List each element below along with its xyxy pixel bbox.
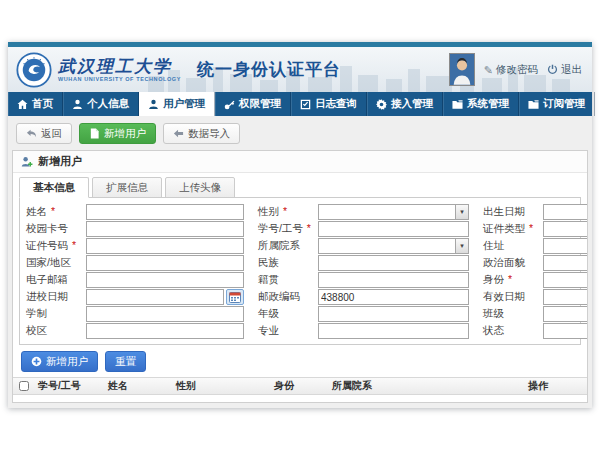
home-icon — [17, 99, 28, 110]
table-header-student-id: 学号/工号 — [35, 379, 105, 393]
field-address: 住址 — [483, 238, 588, 254]
enroll-date-input[interactable] — [86, 289, 224, 305]
power-icon — [547, 64, 558, 75]
field-campus: 校区 — [26, 323, 244, 339]
major-input[interactable] — [318, 323, 469, 339]
section-header: 新增用户 — [13, 151, 587, 173]
nav-tab-permission-management[interactable]: 权限管理 — [215, 92, 291, 116]
id-type-label: 证件类型 * — [483, 222, 543, 236]
submit-add-user-button[interactable]: 新增用户 — [21, 351, 98, 372]
tab-upload-avatar[interactable]: 上传头像 — [165, 177, 235, 198]
field-id-type: 证件类型 * — [483, 221, 588, 237]
app-window: 武汉理工大学 WUHAN UNIVERSITY OF TECHNOLOGY 统一… — [8, 42, 592, 408]
university-logo — [16, 52, 52, 88]
field-valid-date: 有效日期 — [483, 289, 588, 305]
table-header-row: 学号/工号姓名性别身份所属院系操作 — [13, 378, 587, 395]
data-import-button[interactable]: 数据导入 — [163, 123, 240, 144]
field-department: 所属院系▾ — [258, 238, 469, 254]
nav-tab-label: 接入管理 — [391, 97, 433, 111]
user-icon — [148, 99, 159, 110]
department-input[interactable] — [318, 238, 455, 254]
nav-tab-label: 用户管理 — [163, 97, 205, 111]
required-asterisk: * — [304, 222, 311, 234]
gender-label: 性别 * — [258, 205, 318, 219]
nav-tab-label: 权限管理 — [239, 97, 281, 111]
change-password-link[interactable]: ✎ 修改密码 — [484, 63, 538, 77]
nav-tab-home[interactable]: 首页 — [8, 92, 63, 116]
nav-tab-user-management[interactable]: 用户管理 — [139, 92, 215, 116]
table-header-department: 所属院系 — [329, 379, 525, 393]
ethnicity-input[interactable] — [318, 255, 469, 271]
add-user-section-icon — [21, 156, 33, 168]
nav-tab-system-management[interactable]: 系统管理 — [443, 92, 519, 116]
nav-tab-profile[interactable]: 个人信息 — [63, 92, 139, 116]
campus-card-no-input[interactable] — [86, 221, 244, 237]
gender-input[interactable] — [318, 204, 455, 220]
political-status-input[interactable] — [543, 255, 588, 271]
header-user-area: ✎ 修改密码 退出 — [449, 53, 582, 86]
nav-tab-subscription-management[interactable]: 订阅管理 — [519, 92, 595, 116]
back-button[interactable]: 返回 — [16, 123, 72, 144]
ethnicity-label: 民族 — [258, 256, 318, 270]
user-icon — [72, 99, 83, 110]
address-label: 住址 — [483, 239, 543, 253]
field-gender: 性别 *▾ — [258, 204, 469, 220]
class-input[interactable] — [543, 306, 588, 322]
campus-input[interactable] — [86, 323, 244, 339]
campus-label: 校区 — [26, 324, 86, 338]
nav-tab-label: 系统管理 — [467, 97, 509, 111]
address-input[interactable] — [543, 238, 588, 254]
field-political-status: 政治面貌 — [483, 255, 588, 271]
class-label: 班级 — [483, 307, 543, 321]
field-major: 专业 — [258, 323, 469, 339]
schooling-length-input[interactable] — [86, 306, 244, 322]
table-header-name: 姓名 — [105, 379, 173, 393]
tab-extended-info[interactable]: 扩展信息 — [92, 177, 162, 198]
birth-date-input[interactable] — [543, 204, 588, 220]
valid-date-label: 有效日期 — [483, 290, 543, 304]
postal-code-input[interactable] — [318, 289, 469, 305]
nav-tab-access-management[interactable]: 接入管理 — [367, 92, 443, 116]
field-identity: 身份 * — [483, 272, 588, 288]
reset-button-label: 重置 — [115, 355, 136, 369]
reset-button[interactable]: 重置 — [105, 351, 146, 372]
table-empty-row — [13, 395, 587, 403]
major-label: 专业 — [258, 324, 318, 338]
department-dropdown-button[interactable]: ▾ — [455, 238, 469, 254]
id-number-input[interactable] — [86, 238, 244, 254]
gender-dropdown-button[interactable]: ▾ — [455, 204, 469, 220]
identity-input[interactable] — [543, 272, 588, 288]
section-title: 新增用户 — [38, 154, 82, 169]
logout-link[interactable]: 退出 — [547, 63, 582, 77]
pencil-icon: ✎ — [484, 65, 493, 75]
nav-tab-log-query[interactable]: 日志查询 — [291, 92, 367, 116]
name-input[interactable] — [86, 204, 244, 220]
gear-icon — [376, 99, 387, 110]
toolbar: 返回 新增用户 数据导入 — [8, 116, 592, 150]
field-ethnicity: 民族 — [258, 255, 469, 271]
table-header-gender: 性别 — [173, 379, 271, 393]
status-label: 状态 — [483, 324, 543, 338]
tab-basic-info[interactable]: 基本信息 — [19, 177, 89, 198]
name-label: 姓名 * — [26, 205, 86, 219]
enroll-date-calendar-button[interactable] — [226, 289, 244, 305]
add-user-button[interactable]: 新增用户 — [79, 123, 156, 144]
country-region-input[interactable] — [86, 255, 244, 271]
grade-input[interactable] — [318, 306, 469, 322]
add-user-doc-icon — [89, 128, 100, 139]
avatar[interactable] — [449, 53, 475, 86]
valid-date-input[interactable] — [543, 289, 588, 305]
required-asterisk: * — [69, 239, 76, 251]
id-type-input[interactable] — [543, 221, 588, 237]
student-id-input[interactable] — [318, 221, 469, 237]
select-all-checkbox[interactable] — [19, 381, 29, 391]
country-region-label: 国家/地区 — [26, 256, 86, 270]
logout-label: 退出 — [561, 63, 582, 77]
email-input[interactable] — [86, 272, 244, 288]
status-input[interactable] — [543, 323, 588, 339]
folder-icon — [452, 99, 463, 110]
native-place-input[interactable] — [318, 272, 469, 288]
postal-code-label: 邮政编码 — [258, 290, 318, 304]
field-grade: 年级 — [258, 306, 469, 322]
main-nav: 首页个人信息用户管理权限管理日志查询接入管理系统管理订阅管理 — [8, 92, 592, 116]
